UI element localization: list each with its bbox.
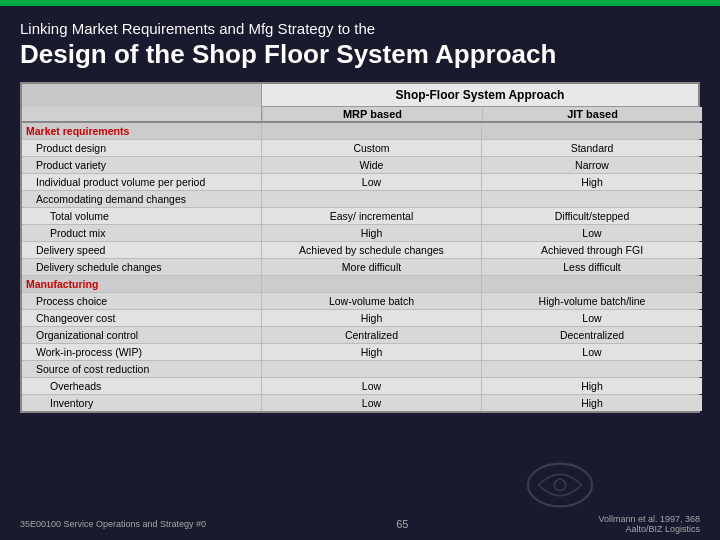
cell-left: Source of cost reduction [22,361,262,377]
cell-mid: More difficult [262,259,482,275]
svg-point-0 [528,464,592,507]
cell-left: Organizational control [22,327,262,343]
cell-mid: Achieved by schedule changes [262,242,482,258]
footer-left: 35E00100 Service Operations and Strategy… [20,519,206,529]
table-row: Inventory Low High [22,395,698,411]
table-row: Source of cost reduction [22,361,698,378]
cell-left: Individual product volume per period [22,174,262,190]
cell-right: High [482,174,702,190]
cell-mid: Low [262,395,482,411]
cell-left: Product design [22,140,262,156]
table-row: Product variety Wide Narrow [22,157,698,174]
cell-right: Decentralized [482,327,702,343]
cell-right: Narrow [482,157,702,173]
cell-mid: High [262,310,482,326]
cell-right: High [482,378,702,394]
cell-mid: High [262,225,482,241]
cell-mid [262,123,482,139]
cell-mid: Low-volume batch [262,293,482,309]
cell-left: Manufacturing [22,276,262,292]
cell-right [482,123,702,139]
cell-left: Total volume [22,208,262,224]
watermark [520,460,600,510]
cell-right [482,191,702,207]
cell-right: Low [482,344,702,360]
cell-left: Product mix [22,225,262,241]
table-row: Product design Custom Standard [22,140,698,157]
cell-left: Delivery schedule changes [22,259,262,275]
cell-right: Difficult/stepped [482,208,702,224]
slide: Linking Market Requirements and Mfg Stra… [0,0,720,540]
cell-mid: Centralized [262,327,482,343]
cell-right [482,361,702,377]
cell-mid: Wide [262,157,482,173]
cell-right: Achieved through FGI [482,242,702,258]
cell-mid [262,276,482,292]
cell-left: Product variety [22,157,262,173]
cell-right: Less difficult [482,259,702,275]
footer: 35E00100 Service Operations and Strategy… [0,514,720,534]
cell-right: Standard [482,140,702,156]
cell-left: Delivery speed [22,242,262,258]
table-row: Overheads Low High [22,378,698,395]
table-row: Market requirements [22,123,698,140]
cell-left: Accomodating demand changes [22,191,262,207]
col-header-left [22,107,262,121]
table-header: Shop-Floor System Approach [22,84,698,107]
cell-right [482,276,702,292]
cell-left: Inventory [22,395,262,411]
shop-floor-header: Shop-Floor System Approach [262,84,698,107]
footer-center: 65 [396,518,408,530]
cell-right: High-volume batch/line [482,293,702,309]
column-headers: MRP based JIT based [22,107,698,123]
cell-mid: Custom [262,140,482,156]
svg-point-1 [554,479,565,490]
title-small: Linking Market Requirements and Mfg Stra… [20,20,700,37]
table-row: Delivery speed Achieved by schedule chan… [22,242,698,259]
cell-mid: Easy/ incremental [262,208,482,224]
footer-right: Vollmann et al. 1997, 368 Aalto/BIZ Logi… [598,514,700,534]
cell-mid: Low [262,378,482,394]
col-header-mid: MRP based [262,107,482,121]
table-row: Product mix High Low [22,225,698,242]
content-area: Linking Market Requirements and Mfg Stra… [0,6,720,421]
table-row: Changeover cost High Low [22,310,698,327]
cell-mid: Low [262,174,482,190]
cell-mid [262,361,482,377]
table-row: Work-in-process (WIP) High Low [22,344,698,361]
cell-left: Changeover cost [22,310,262,326]
col-header-right: JIT based [482,107,702,121]
cell-left: Process choice [22,293,262,309]
table-row: Organizational control Centralized Decen… [22,327,698,344]
main-table: Shop-Floor System Approach MRP based JIT… [20,82,700,413]
title-large: Design of the Shop Floor System Approach [20,39,700,70]
cell-left: Work-in-process (WIP) [22,344,262,360]
cell-left: Market requirements [22,123,262,139]
cell-right: Low [482,310,702,326]
table-row: Total volume Easy/ incremental Difficult… [22,208,698,225]
table-row: Accomodating demand changes [22,191,698,208]
table-row: Individual product volume per period Low… [22,174,698,191]
cell-mid [262,191,482,207]
table-body: Market requirements Product design Custo… [22,123,698,411]
table-row: Manufacturing [22,276,698,293]
table-row: Process choice Low-volume batch High-vol… [22,293,698,310]
cell-right: High [482,395,702,411]
cell-mid: High [262,344,482,360]
cell-left: Overheads [22,378,262,394]
table-row: Delivery schedule changes More difficult… [22,259,698,276]
cell-right: Low [482,225,702,241]
